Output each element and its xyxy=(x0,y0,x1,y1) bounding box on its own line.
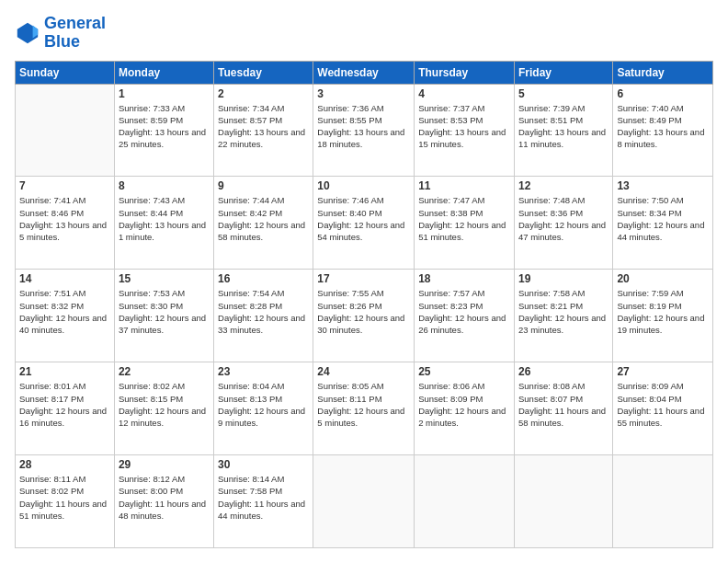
day-info: Sunrise: 8:12 AMSunset: 8:00 PMDaylight:… xyxy=(119,473,210,522)
calendar-cell: 19Sunrise: 7:58 AMSunset: 8:21 PMDayligh… xyxy=(514,270,612,362)
calendar-cell: 5Sunrise: 7:39 AMSunset: 8:51 PMDaylight… xyxy=(514,84,612,177)
day-number: 15 xyxy=(119,272,210,285)
day-info: Sunrise: 7:46 AMSunset: 8:40 PMDaylight:… xyxy=(317,194,410,243)
day-number: 4 xyxy=(418,87,510,100)
calendar-week-row: 7Sunrise: 7:41 AMSunset: 8:46 PMDaylight… xyxy=(16,177,713,270)
calendar-header-monday: Monday xyxy=(114,61,213,84)
calendar-header-friday: Friday xyxy=(514,61,612,84)
day-number: 7 xyxy=(19,179,110,192)
day-info: Sunrise: 8:04 AMSunset: 8:13 PMDaylight:… xyxy=(218,380,309,429)
day-number: 9 xyxy=(218,179,309,192)
day-number: 19 xyxy=(518,272,609,285)
calendar-cell: 27Sunrise: 8:09 AMSunset: 8:04 PMDayligh… xyxy=(613,362,713,455)
calendar-cell: 24Sunrise: 8:05 AMSunset: 8:11 PMDayligh… xyxy=(313,362,415,455)
day-info: Sunrise: 7:50 AMSunset: 8:34 PMDaylight:… xyxy=(617,194,709,243)
calendar-cell: 14Sunrise: 7:51 AMSunset: 8:32 PMDayligh… xyxy=(16,270,115,362)
calendar-cell: 30Sunrise: 8:14 AMSunset: 7:58 PMDayligh… xyxy=(214,455,313,548)
calendar-cell: 4Sunrise: 7:37 AMSunset: 8:53 PMDaylight… xyxy=(415,84,515,177)
day-number: 16 xyxy=(218,272,309,285)
day-info: Sunrise: 7:36 AMSunset: 8:55 PMDaylight:… xyxy=(317,102,410,151)
day-info: Sunrise: 8:05 AMSunset: 8:11 PMDaylight:… xyxy=(317,380,410,429)
calendar-header-row: SundayMondayTuesdayWednesdayThursdayFrid… xyxy=(16,61,713,84)
calendar-cell: 10Sunrise: 7:46 AMSunset: 8:40 PMDayligh… xyxy=(313,177,415,270)
calendar-table: SundayMondayTuesdayWednesdayThursdayFrid… xyxy=(15,61,713,548)
day-number: 18 xyxy=(418,272,510,285)
day-number: 6 xyxy=(617,87,709,100)
day-info: Sunrise: 8:11 AMSunset: 8:02 PMDaylight:… xyxy=(19,473,110,522)
day-number: 29 xyxy=(119,458,210,471)
calendar-cell: 2Sunrise: 7:34 AMSunset: 8:57 PMDaylight… xyxy=(214,84,313,177)
calendar-header-saturday: Saturday xyxy=(613,61,713,84)
calendar-week-row: 1Sunrise: 7:33 AMSunset: 8:59 PMDaylight… xyxy=(16,84,713,177)
calendar-cell: 29Sunrise: 8:12 AMSunset: 8:00 PMDayligh… xyxy=(114,455,213,548)
calendar-cell: 22Sunrise: 8:02 AMSunset: 8:15 PMDayligh… xyxy=(114,362,213,455)
day-info: Sunrise: 7:59 AMSunset: 8:19 PMDaylight:… xyxy=(617,287,709,336)
day-number: 26 xyxy=(518,365,609,378)
day-info: Sunrise: 7:55 AMSunset: 8:26 PMDaylight:… xyxy=(317,287,410,336)
day-number: 21 xyxy=(19,365,110,378)
calendar-cell: 26Sunrise: 8:08 AMSunset: 8:07 PMDayligh… xyxy=(514,362,612,455)
calendar-cell: 3Sunrise: 7:36 AMSunset: 8:55 PMDaylight… xyxy=(313,84,415,177)
day-number: 14 xyxy=(19,272,110,285)
calendar-cell: 18Sunrise: 7:57 AMSunset: 8:23 PMDayligh… xyxy=(415,270,515,362)
day-info: Sunrise: 7:48 AMSunset: 8:36 PMDaylight:… xyxy=(518,194,609,243)
calendar-cell xyxy=(613,455,713,548)
header: General Blue xyxy=(15,15,713,52)
day-info: Sunrise: 8:01 AMSunset: 8:17 PMDaylight:… xyxy=(19,380,110,429)
day-info: Sunrise: 7:41 AMSunset: 8:46 PMDaylight:… xyxy=(19,194,110,243)
day-number: 5 xyxy=(518,87,609,100)
day-number: 12 xyxy=(518,179,609,192)
day-info: Sunrise: 7:34 AMSunset: 8:57 PMDaylight:… xyxy=(218,102,309,151)
calendar-week-row: 21Sunrise: 8:01 AMSunset: 8:17 PMDayligh… xyxy=(16,362,713,455)
day-info: Sunrise: 7:39 AMSunset: 8:51 PMDaylight:… xyxy=(518,102,609,151)
calendar-header-wednesday: Wednesday xyxy=(313,61,415,84)
day-info: Sunrise: 7:51 AMSunset: 8:32 PMDaylight:… xyxy=(19,287,110,336)
day-number: 11 xyxy=(418,179,510,192)
day-number: 20 xyxy=(617,272,709,285)
calendar-cell: 21Sunrise: 8:01 AMSunset: 8:17 PMDayligh… xyxy=(16,362,115,455)
calendar-cell: 1Sunrise: 7:33 AMSunset: 8:59 PMDaylight… xyxy=(114,84,213,177)
calendar-cell: 16Sunrise: 7:54 AMSunset: 8:28 PMDayligh… xyxy=(214,270,313,362)
day-number: 13 xyxy=(617,179,709,192)
calendar-cell: 8Sunrise: 7:43 AMSunset: 8:44 PMDaylight… xyxy=(114,177,213,270)
calendar-cell: 9Sunrise: 7:44 AMSunset: 8:42 PMDaylight… xyxy=(214,177,313,270)
day-info: Sunrise: 7:58 AMSunset: 8:21 PMDaylight:… xyxy=(518,287,609,336)
calendar-cell xyxy=(16,84,115,177)
day-info: Sunrise: 7:37 AMSunset: 8:53 PMDaylight:… xyxy=(418,102,510,151)
calendar-cell xyxy=(514,455,612,548)
calendar-cell: 20Sunrise: 7:59 AMSunset: 8:19 PMDayligh… xyxy=(613,270,713,362)
day-number: 28 xyxy=(19,458,110,471)
day-info: Sunrise: 8:09 AMSunset: 8:04 PMDaylight:… xyxy=(617,380,709,429)
day-number: 2 xyxy=(218,87,309,100)
logo: General Blue xyxy=(15,15,106,52)
calendar-header-sunday: Sunday xyxy=(16,61,115,84)
day-number: 25 xyxy=(418,365,510,378)
day-info: Sunrise: 7:57 AMSunset: 8:23 PMDaylight:… xyxy=(418,287,510,336)
day-info: Sunrise: 8:02 AMSunset: 8:15 PMDaylight:… xyxy=(119,380,210,429)
day-number: 27 xyxy=(617,365,709,378)
calendar-cell xyxy=(313,455,415,548)
calendar-cell: 28Sunrise: 8:11 AMSunset: 8:02 PMDayligh… xyxy=(16,455,115,548)
day-info: Sunrise: 8:06 AMSunset: 8:09 PMDaylight:… xyxy=(418,380,510,429)
day-number: 24 xyxy=(317,365,410,378)
day-info: Sunrise: 7:40 AMSunset: 8:49 PMDaylight:… xyxy=(617,102,709,151)
day-info: Sunrise: 7:53 AMSunset: 8:30 PMDaylight:… xyxy=(119,287,210,336)
calendar-header-tuesday: Tuesday xyxy=(214,61,313,84)
day-info: Sunrise: 7:47 AMSunset: 8:38 PMDaylight:… xyxy=(418,194,510,243)
day-info: Sunrise: 7:33 AMSunset: 8:59 PMDaylight:… xyxy=(119,102,210,151)
calendar-cell: 13Sunrise: 7:50 AMSunset: 8:34 PMDayligh… xyxy=(613,177,713,270)
day-info: Sunrise: 8:14 AMSunset: 7:58 PMDaylight:… xyxy=(218,473,309,522)
calendar-week-row: 28Sunrise: 8:11 AMSunset: 8:02 PMDayligh… xyxy=(16,455,713,548)
day-info: Sunrise: 7:54 AMSunset: 8:28 PMDaylight:… xyxy=(218,287,309,336)
calendar-cell xyxy=(415,455,515,548)
calendar-cell: 7Sunrise: 7:41 AMSunset: 8:46 PMDaylight… xyxy=(16,177,115,270)
calendar-header-thursday: Thursday xyxy=(415,61,515,84)
calendar-cell: 12Sunrise: 7:48 AMSunset: 8:36 PMDayligh… xyxy=(514,177,612,270)
day-number: 3 xyxy=(317,87,410,100)
calendar-cell: 6Sunrise: 7:40 AMSunset: 8:49 PMDaylight… xyxy=(613,84,713,177)
day-number: 10 xyxy=(317,179,410,192)
day-info: Sunrise: 7:43 AMSunset: 8:44 PMDaylight:… xyxy=(119,194,210,243)
calendar-cell: 25Sunrise: 8:06 AMSunset: 8:09 PMDayligh… xyxy=(415,362,515,455)
day-info: Sunrise: 7:44 AMSunset: 8:42 PMDaylight:… xyxy=(218,194,309,243)
calendar-cell: 11Sunrise: 7:47 AMSunset: 8:38 PMDayligh… xyxy=(415,177,515,270)
